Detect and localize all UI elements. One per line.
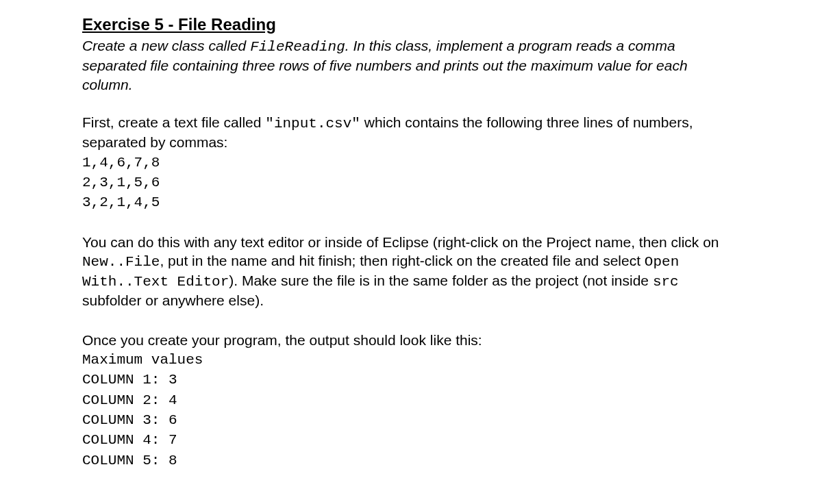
- p3-new-file: New..File: [82, 254, 160, 270]
- editor-instruction-paragraph: You can do this with any text editor or …: [82, 233, 740, 310]
- p3-part3: ). Make sure the file is in the same fol…: [229, 273, 653, 288]
- intro-classname: FileReading: [250, 39, 345, 55]
- csv-data-line-3: 3,2,1,4,5: [82, 193, 740, 212]
- exercise-heading: Exercise 5 - File Reading: [82, 14, 740, 35]
- csv-filename: "input.csv": [265, 116, 360, 131]
- p3-part1: You can do this with any text editor or …: [82, 234, 719, 250]
- output-intro: Once you create your program, the output…: [82, 331, 740, 349]
- p3-part4: subfolder or anywhere else).: [82, 292, 264, 308]
- csv-data-line-2: 2,3,1,5,6: [82, 173, 740, 192]
- csv-instruction-paragraph: First, create a text file called "input.…: [82, 113, 740, 152]
- exercise-document: Exercise 5 - File Reading Create a new c…: [0, 0, 822, 485]
- intro-text-before: Create a new class called: [82, 38, 250, 53]
- csv-data-line-1: 1,4,6,7,8: [82, 153, 740, 172]
- p3-part2: , put in the name and hit finish; then r…: [160, 253, 644, 268]
- intro-paragraph: Create a new class called FileReading. I…: [82, 36, 740, 94]
- output-column-5: COLUMN 5: 8: [82, 451, 740, 470]
- output-column-4: COLUMN 4: 7: [82, 431, 740, 449]
- output-column-3: COLUMN 3: 6: [82, 411, 740, 429]
- output-column-1: COLUMN 1: 3: [82, 370, 740, 389]
- output-column-2: COLUMN 2: 4: [82, 391, 740, 410]
- output-header: Maximum values: [82, 351, 740, 369]
- p3-src: src: [653, 274, 679, 290]
- csv-instruction-before: First, create a text file called: [82, 114, 265, 130]
